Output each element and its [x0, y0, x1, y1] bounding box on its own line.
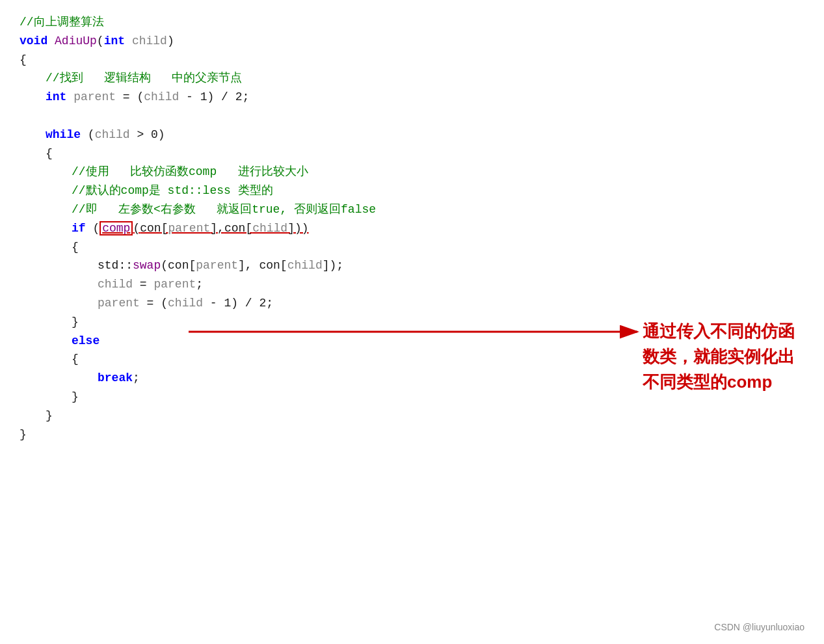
param-child: child — [132, 32, 167, 51]
swap-stmt: std:: — [98, 256, 133, 275]
code-line-4: //找到 逻辑结构 中的父亲节点 — [46, 69, 804, 88]
brace-open-3: { — [72, 350, 79, 369]
code-line-empty — [20, 107, 804, 126]
code-line-8: { — [46, 144, 804, 163]
child2: child — [95, 126, 130, 144]
code-line-12: if ( comp ( con[parent] , con[child] )) — [72, 219, 804, 238]
func-swap: swap — [133, 256, 161, 275]
while-cond: ( — [81, 126, 95, 144]
watermark: CSDN @liuyunluoxiao — [714, 622, 804, 632]
comma: , — [217, 219, 224, 238]
code-line-15: child = parent ; — [98, 275, 804, 294]
code-line-2: void AdiuUp ( int child ) — [20, 32, 804, 51]
brace-close-1: } — [46, 407, 53, 425]
swap-args: (con[ — [161, 256, 196, 275]
space2 — [125, 32, 132, 51]
space — [47, 32, 55, 51]
parent-arg1: parent — [196, 256, 238, 275]
comment-use: //使用 比较仿函数comp 进行比较大小 — [72, 163, 308, 181]
keyword-else: else — [72, 332, 100, 351]
keyword-if: if — [72, 219, 86, 238]
assign3: = ( — [140, 294, 168, 313]
brace-close-0: } — [20, 425, 27, 444]
code-line-9: //使用 比较仿函数comp 进行比较大小 — [72, 163, 804, 181]
annotation-text: 通过传入不同的仿函 数类，就能实例化出 不同类型的comp — [643, 319, 795, 395]
code-line-5: int parent = ( child - 1) / 2; — [46, 88, 804, 107]
swap-close: ]); — [323, 256, 343, 275]
keyword-int2: int — [46, 88, 66, 107]
semi2: ; — [133, 369, 140, 388]
space3 — [66, 88, 73, 107]
close-parens: )) — [295, 219, 309, 238]
swap-comma: ], con[ — [238, 256, 287, 275]
annotation-line3: 不同类型的comp — [643, 369, 795, 395]
code-line-14: std:: swap (con[ parent ], con[ child ])… — [98, 256, 804, 275]
code-line-22: } — [46, 407, 804, 425]
comment-ie: //即 左参数<右参数 就返回true, 否则返回false — [72, 200, 376, 219]
keyword-void: void — [20, 32, 47, 51]
assign1: = ( — [116, 88, 144, 107]
parent-val: parent — [153, 275, 196, 294]
func-name: AdiuUp — [55, 32, 97, 51]
assign2: = — [133, 275, 153, 294]
comp-boxed: comp — [100, 221, 133, 235]
brace-open-1: { — [46, 144, 53, 163]
if-args: ( — [133, 219, 140, 238]
paren-close: ) — [167, 32, 174, 51]
brace-open-0: { — [20, 51, 27, 70]
child1: child — [144, 88, 179, 107]
parent-assign: parent — [98, 294, 140, 313]
code-line-16: parent = ( child - 1) / 2; — [98, 294, 804, 313]
var-parent: parent — [73, 88, 116, 107]
keyword-break: break — [98, 369, 133, 388]
comment-algo: //向上调整算法 — [20, 13, 104, 32]
semi1: ; — [196, 275, 203, 294]
con-parent: con[parent] — [140, 219, 217, 238]
code-line-10: //默认的comp是 std::less 类型的 — [72, 181, 804, 200]
brace-close-3: } — [72, 388, 79, 407]
con-child: con[child] — [224, 219, 295, 238]
keyword-while: while — [46, 126, 81, 144]
minus1: - 1) / 2; — [179, 88, 249, 107]
comment-default: //默认的comp是 std::less 类型的 — [72, 181, 273, 200]
child-assign: child — [98, 275, 133, 294]
comment-find: //找到 逻辑结构 中的父亲节点 — [46, 69, 242, 88]
code-line-11: //即 左参数<右参数 就返回true, 否则返回false — [72, 200, 804, 219]
keyword-int: int — [104, 32, 125, 51]
code-line-3: { — [20, 51, 804, 70]
brace-open-2: { — [72, 238, 79, 257]
code-line-7: while ( child > 0) — [46, 126, 804, 144]
code-line-13: { — [72, 238, 804, 257]
code-line-1: //向上调整算法 — [20, 13, 804, 32]
code-line-23: } — [20, 425, 804, 444]
brace-close-2: } — [72, 313, 79, 332]
annotation-line1: 通过传入不同的仿函 — [643, 319, 795, 344]
annotation-line2: 数类，就能实例化出 — [643, 344, 795, 369]
paren-open: ( — [97, 32, 104, 51]
calc: - 1) / 2; — [203, 294, 273, 313]
child-arg1: child — [287, 256, 323, 275]
child3: child — [168, 294, 203, 313]
space-if: ( — [86, 219, 100, 238]
gt: > 0) — [130, 126, 165, 144]
